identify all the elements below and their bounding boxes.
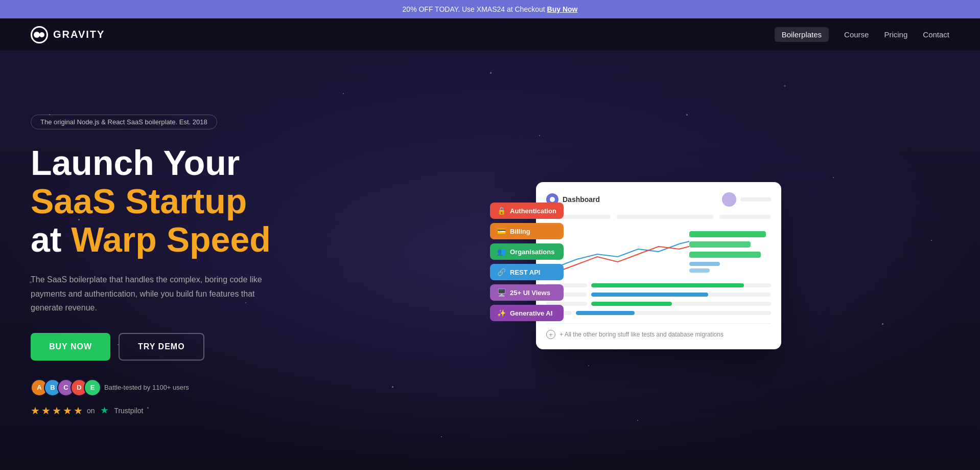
hero-visual: 🔒 Authentication 💳 Billing 👥 Organisatio… xyxy=(378,182,949,349)
ui-label: 25+ UI Views xyxy=(510,289,550,297)
trustpilot-label: on ★ Trustpilot xyxy=(87,406,143,415)
dashboard-wrapper: 🔒 Authentication 💳 Billing 👥 Organisatio… xyxy=(536,182,791,349)
banner-link[interactable]: Buy Now xyxy=(547,5,578,13)
logo-text: GRAVITY xyxy=(53,29,105,40)
dashboard-rows xyxy=(546,283,771,315)
tag-billing[interactable]: 💳 Billing xyxy=(490,223,564,239)
dashboard-label: Dashboard xyxy=(563,195,600,204)
hero-badge: The original Node.js & React SaaS boiler… xyxy=(31,115,217,129)
banner-text: 20% OFF TODAY. Use XMAS24 at Checkout xyxy=(403,5,547,13)
tag-authentication[interactable]: 🔒 Authentication xyxy=(490,203,564,219)
dashboard-header: Dashboard xyxy=(546,192,771,207)
dash-row-1 xyxy=(546,283,771,287)
billing-icon: 💳 xyxy=(497,227,506,235)
nav-link-boilerplates[interactable]: Boilerplates xyxy=(775,27,829,42)
api-label: REST API xyxy=(510,268,540,276)
api-icon: 🔗 xyxy=(497,268,506,276)
rating-on: on xyxy=(87,407,95,415)
dash-row-3 xyxy=(546,302,771,306)
nav-link-contact[interactable]: Contact xyxy=(923,30,949,39)
hero-buttons: BUY NOW TRY DEMO xyxy=(31,333,378,361)
dash-user-name xyxy=(740,197,771,202)
svg-rect-2 xyxy=(689,252,761,258)
boring-plus-icon: + xyxy=(546,330,555,339)
org-icon: 👥 xyxy=(497,248,506,256)
star-5: ★ xyxy=(74,405,83,417)
hero-title-line3b: Warp Speed xyxy=(71,220,270,259)
hero-title: Launch Your SaaS Startup at Warp Speed xyxy=(31,144,378,258)
dash-row-bar-3 xyxy=(591,302,771,306)
nav-link-course[interactable]: Course xyxy=(844,30,869,39)
org-label: Organisations xyxy=(510,248,554,256)
star-1: ★ xyxy=(31,405,40,417)
billing-label: Billing xyxy=(510,228,530,235)
dash-row-bar-1 xyxy=(591,283,771,287)
trustpilot-text: Trustpilot xyxy=(114,407,143,415)
try-demo-button[interactable]: TRY DEMO xyxy=(119,333,204,361)
navbar: GRAVITY Boilerplates Course Pricing Cont… xyxy=(0,18,980,51)
promo-banner: 20% OFF TODAY. Use XMAS24 at Checkout Bu… xyxy=(0,0,980,18)
dash-row-2 xyxy=(546,293,771,297)
trustpilot-t: ★ xyxy=(101,406,108,415)
nav-link-pricing[interactable]: Pricing xyxy=(884,30,907,39)
avatar-group: A B C D E xyxy=(31,379,97,396)
hero-section: The original Node.js & React SaaS boiler… xyxy=(0,51,980,470)
ai-icon: ✨ xyxy=(497,309,506,317)
nav-links: Boilerplates Course Pricing Contact xyxy=(775,27,949,42)
ai-label: Generative AI xyxy=(510,309,552,317)
buy-now-button[interactable]: BUY NOW xyxy=(31,333,110,361)
hero-title-line3a: at xyxy=(31,220,71,259)
tag-ui-views[interactable]: 🖥️ 25+ UI Views xyxy=(490,284,564,301)
trustpilot-row: ★ ★ ★ ★ ★ on ★ Trustpilot xyxy=(31,405,378,417)
svg-rect-0 xyxy=(689,231,766,237)
svg-rect-1 xyxy=(689,241,751,248)
social-proof-text: Battle-tested by 1100+ users xyxy=(104,384,189,391)
logo-icon xyxy=(31,26,48,43)
hero-content: The original Node.js & React SaaS boiler… xyxy=(31,115,378,417)
auth-label: Authentication xyxy=(510,207,556,215)
boring-stuff: + + All the other boring stuff like test… xyxy=(546,323,771,339)
svg-rect-4 xyxy=(689,268,710,273)
ui-icon: 🖥️ xyxy=(497,288,506,297)
dash-row-4 xyxy=(546,311,771,315)
chart-area xyxy=(546,226,771,277)
dashboard-avatar-area xyxy=(722,192,771,207)
dashboard-card: Dashboard xyxy=(536,182,781,349)
dash-user-avatar xyxy=(722,192,736,207)
svg-rect-3 xyxy=(689,262,720,266)
feature-tags: 🔒 Authentication 💳 Billing 👥 Organisatio… xyxy=(490,203,564,321)
star-rating: ★ ★ ★ ★ ★ xyxy=(31,405,83,417)
auth-icon: 🔒 xyxy=(497,207,506,215)
star-2: ★ xyxy=(41,405,51,417)
social-proof: A B C D E Battle-tested by 1100+ users xyxy=(31,379,378,396)
tag-rest-api[interactable]: 🔗 REST API xyxy=(490,264,564,280)
dashboard-dot-inner xyxy=(550,197,555,202)
star-3: ★ xyxy=(52,405,61,417)
hero-description: The SaaS boilerplate that handles the co… xyxy=(31,273,276,315)
avatar-5: E xyxy=(84,379,101,396)
dash-row-bar-4 xyxy=(576,311,771,315)
tag-organisations[interactable]: 👥 Organisations xyxy=(490,243,564,260)
dashboard-top-bars xyxy=(546,215,771,219)
hero-title-line2: SaaS Startup xyxy=(31,182,247,220)
chart-svg xyxy=(546,226,771,277)
tag-generative-ai[interactable]: ✨ Generative AI xyxy=(490,305,564,321)
logo[interactable]: GRAVITY xyxy=(31,26,105,43)
dash-row-bar-2 xyxy=(591,293,771,297)
star-4: ★ xyxy=(63,405,72,417)
hero-title-line1: Launch Your xyxy=(31,143,240,182)
boring-stuff-text: + All the other boring stuff like tests … xyxy=(559,331,724,338)
